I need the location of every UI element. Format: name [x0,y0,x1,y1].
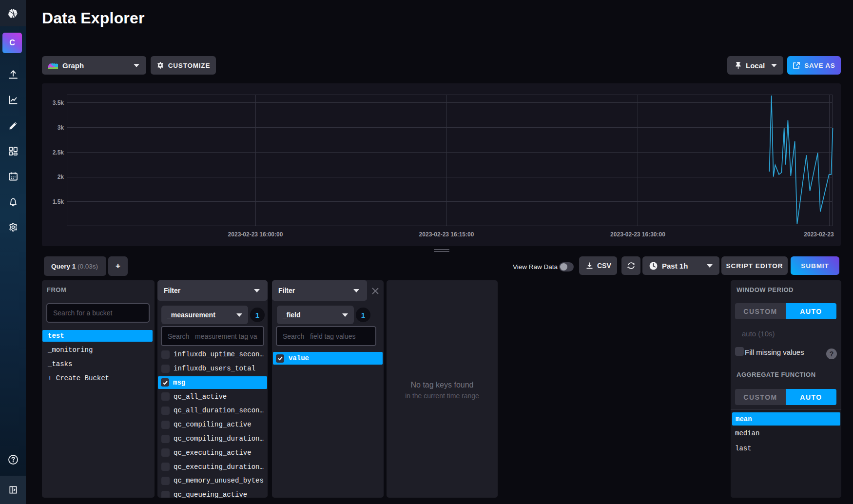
svg-text:2023-02-23 16:30:00: 2023-02-23 16:30:00 [610,231,665,238]
svg-text:2k: 2k [58,174,64,180]
svg-text:3k: 3k [58,124,64,131]
svg-text:2023-02-23 16:15:00: 2023-02-23 16:15:00 [419,231,474,238]
svg-text:2023-02-23: 2023-02-23 [804,231,834,238]
svg-text:3.5k: 3.5k [53,99,64,106]
svg-text:2023-02-23 16:00:00: 2023-02-23 16:00:00 [228,231,283,238]
svg-text:2.5k: 2.5k [53,149,64,156]
svg-text:1.5k: 1.5k [53,198,64,205]
